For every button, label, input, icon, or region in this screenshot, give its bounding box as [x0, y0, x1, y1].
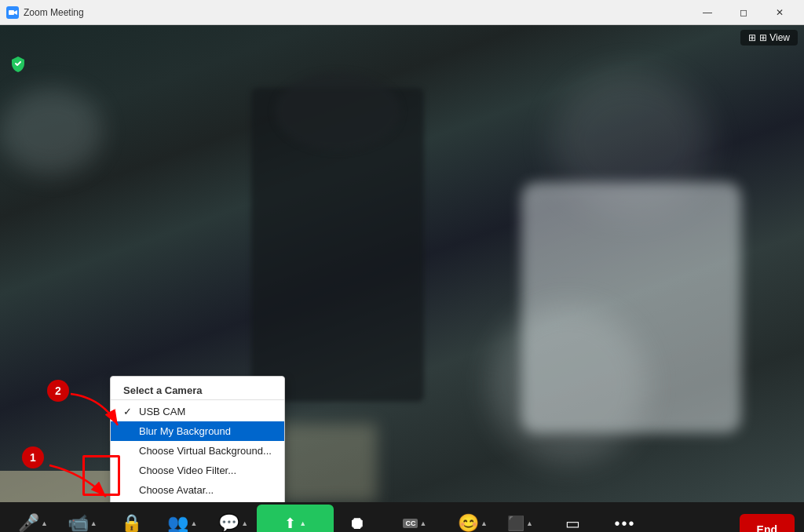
view-label: ⊞ View — [759, 32, 790, 43]
whiteboards-icon: ▭ — [565, 516, 580, 531]
app-title: Zoom Meeting — [24, 7, 84, 18]
stop-video-icon: 📹 — [68, 515, 89, 532]
reactions-caret[interactable]: ▲ — [481, 519, 488, 527]
toolbar: 🎤 ▲ Mute 📹 ▲ Stop Video 🔒 Security 👥 ▲ P… — [0, 502, 804, 532]
stop-video-button[interactable]: 📹 ▲ Stop Video — [57, 505, 108, 533]
titlebar: Zoom Meeting — ◻ ✕ — [0, 0, 804, 25]
share-screen-button[interactable]: ⬆ ▲ Share Screen — [257, 505, 334, 533]
close-button[interactable]: ✕ — [762, 0, 798, 25]
cc-icon: CC — [403, 519, 418, 528]
end-button[interactable]: End — [740, 514, 795, 532]
video-area: ⊞ ⊞ View Select a Camera ✓ USB CAM Blur … — [0, 25, 804, 502]
more-icon: ••• — [615, 516, 636, 531]
menu-item-usbcam[interactable]: ✓ USB CAM — [111, 402, 284, 421]
captions-caret[interactable]: ▲ — [419, 519, 426, 527]
reactions-button[interactable]: 😊 ▲ Reactions — [448, 505, 496, 533]
zoom-app-icon — [6, 6, 19, 19]
step-2-arrow — [63, 390, 126, 437]
security-icon: 🔒 — [121, 515, 142, 532]
reactions-icon: 😊 — [458, 515, 479, 532]
show-captions-button[interactable]: CC ▲ Show Captions — [381, 505, 448, 533]
security-button[interactable]: 🔒 Security — [108, 505, 155, 533]
mute-caret[interactable]: ▲ — [41, 519, 48, 527]
menu-item-blur[interactable]: Blur My Background — [111, 421, 284, 441]
menu-item-avatar[interactable]: Choose Avatar... — [111, 480, 284, 500]
apps-button[interactable]: ⬛ ▲ Apps — [496, 505, 543, 533]
video-caret-highlight — [82, 455, 120, 496]
share-screen-caret[interactable]: ▲ — [299, 519, 306, 527]
participants-button[interactable]: 👥 ▲ Participants — [155, 505, 210, 533]
menu-item-virtual-bg[interactable]: Choose Virtual Background... — [111, 441, 284, 461]
participants-icon: 👥 — [167, 515, 188, 532]
chat-button[interactable]: 💬 ▲ Chat — [210, 505, 257, 533]
participants-caret[interactable]: ▲ — [190, 519, 197, 527]
more-button[interactable]: ••• More — [601, 505, 649, 533]
record-icon: ⏺ — [349, 515, 366, 532]
window-controls: — ◻ ✕ — [689, 0, 798, 25]
titlebar-left: Zoom Meeting — [6, 6, 84, 19]
security-shield-icon — [9, 55, 27, 72]
view-button[interactable]: ⊞ ⊞ View — [740, 30, 798, 46]
stop-video-caret[interactable]: ▲ — [90, 519, 97, 527]
chat-icon: 💬 — [218, 515, 239, 532]
step-1-indicator: 1 — [22, 446, 44, 468]
chat-caret[interactable]: ▲ — [241, 519, 248, 527]
toolbar-items: 🎤 ▲ Mute 📹 ▲ Stop Video 🔒 Security 👥 ▲ P… — [9, 505, 740, 533]
maximize-button[interactable]: ◻ — [725, 0, 762, 25]
share-screen-icon: ⬆ — [284, 516, 296, 530]
record-button[interactable]: ⏺ Record — [334, 505, 381, 533]
minimize-button[interactable]: — — [689, 0, 725, 25]
camera-context-menu: Select a Camera ✓ USB CAM Blur My Backgr… — [110, 376, 285, 502]
mute-button[interactable]: 🎤 ▲ Mute — [9, 505, 57, 533]
mute-icon: 🎤 — [18, 515, 39, 532]
svg-rect-1 — [9, 10, 14, 15]
menu-item-video-filter[interactable]: Choose Video Filter... — [111, 461, 284, 480]
view-icon: ⊞ — [748, 32, 756, 43]
context-menu-header: Select a Camera — [111, 380, 284, 400]
apps-caret[interactable]: ▲ — [526, 519, 533, 527]
whiteboards-button[interactable]: ▭ Whiteboards — [543, 505, 601, 533]
apps-icon: ⬛ — [507, 516, 524, 530]
